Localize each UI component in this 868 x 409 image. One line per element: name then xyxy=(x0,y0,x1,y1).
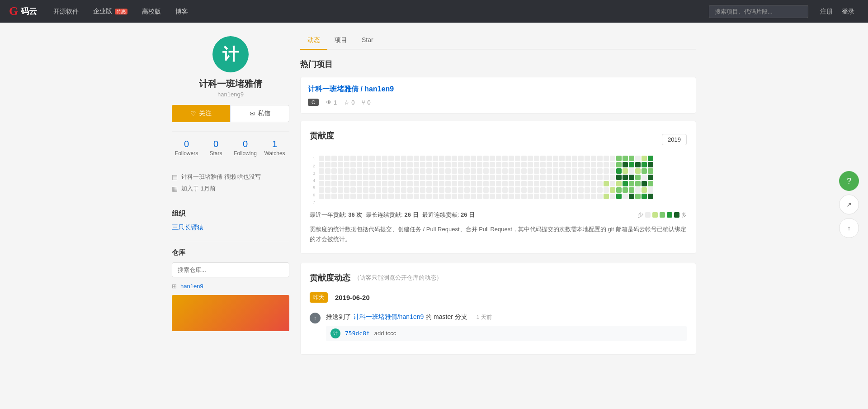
current-streak: 最近连续贡献: 26 日 xyxy=(422,211,475,219)
contrib-cell xyxy=(496,175,501,180)
commit-item: 计 759dc8f add tccc xyxy=(326,326,687,341)
contrib-week-8 xyxy=(369,156,375,199)
contrib-cell xyxy=(471,156,476,161)
commit-hash[interactable]: 759dc8f xyxy=(345,330,370,337)
contrib-cell xyxy=(604,162,609,167)
login-button[interactable]: 登录 xyxy=(837,0,859,23)
contrib-week-48 xyxy=(623,156,628,199)
contrib-cell xyxy=(445,175,451,180)
date-badge: 昨天 xyxy=(310,292,328,303)
contrib-cell xyxy=(477,162,482,167)
row-label-6: 6 xyxy=(310,192,315,198)
contrib-cell xyxy=(452,181,457,186)
register-button[interactable]: 注册 xyxy=(816,0,837,23)
activity-date-group: 昨天 2019-06-20 ↑ 推送到了 计科一班堵雅倩/han1en9 的 m… xyxy=(310,292,687,345)
activity-time: 1 天前 xyxy=(476,314,492,320)
contrib-cell xyxy=(376,168,381,174)
contrib-cell xyxy=(515,162,520,167)
contrib-cell xyxy=(496,156,501,161)
contrib-cell xyxy=(331,194,337,199)
contrib-cell xyxy=(426,162,432,167)
tab-projects[interactable]: 项目 xyxy=(327,32,354,50)
tab-activity[interactable]: 动态 xyxy=(300,32,327,50)
stat-followers[interactable]: 0 Followers xyxy=(172,139,201,157)
contrib-cell xyxy=(547,194,552,199)
tabs: 动态 项目 Star xyxy=(300,32,696,50)
contrib-week-10 xyxy=(382,156,387,199)
follow-button[interactable]: ♡ 关注 xyxy=(172,105,230,122)
forks-meta: ⑂ 0 xyxy=(362,99,370,106)
nav-link-enterprise[interactable]: 企业版 特惠 xyxy=(86,0,135,23)
date-header: 昨天 2019-06-20 xyxy=(310,292,687,303)
hot-projects-title: 热门项目 xyxy=(300,59,696,70)
contrib-week-2 xyxy=(331,156,337,199)
contrib-cell xyxy=(388,181,394,186)
contrib-cell xyxy=(414,175,419,180)
following-label: Following xyxy=(231,150,260,157)
contrib-cell xyxy=(490,168,495,174)
org-link-0[interactable]: 三只长臂猿 xyxy=(172,224,289,232)
contrib-cell xyxy=(559,162,565,167)
contrib-cell xyxy=(331,162,337,167)
contrib-cell xyxy=(566,162,571,167)
repo-item-0[interactable]: ⊞ han1en9 xyxy=(172,283,289,290)
contrib-cell xyxy=(591,181,596,186)
contrib-cell xyxy=(610,162,615,167)
contrib-cell xyxy=(496,181,501,186)
contrib-cell xyxy=(578,175,584,180)
repo-preview-image xyxy=(172,295,289,331)
stats-row: 0 Followers 0 Stars 0 Following 1 Watche… xyxy=(172,131,289,157)
contrib-cell xyxy=(616,162,622,167)
contrib-cell xyxy=(382,187,387,193)
logo-text: 码云 xyxy=(21,6,37,17)
contrib-cell xyxy=(540,156,546,161)
search-input[interactable] xyxy=(709,5,808,18)
repo-activity-link[interactable]: 计科一班堵雅倩/han1en9 xyxy=(353,313,424,320)
contrib-cell xyxy=(490,181,495,186)
contrib-cell xyxy=(477,187,482,193)
row-label-2: 2 xyxy=(310,163,315,169)
nav-logo[interactable]: G 码云 xyxy=(9,5,37,18)
message-button[interactable]: ✉ 私信 xyxy=(230,105,289,122)
contrib-cell xyxy=(414,162,419,167)
contrib-week-21 xyxy=(452,156,457,199)
contrib-cell xyxy=(559,156,565,161)
contrib-cell xyxy=(331,156,337,161)
contrib-cell xyxy=(559,187,565,193)
nav-link-university[interactable]: 高校版 xyxy=(135,0,168,23)
contrib-cell xyxy=(325,175,330,180)
contrib-cell xyxy=(509,168,514,174)
stars-meta: ☆ 0 xyxy=(344,99,354,106)
contrib-cell xyxy=(407,156,413,161)
contrib-cell xyxy=(369,187,375,193)
contrib-cell xyxy=(344,175,349,180)
contrib-cell xyxy=(547,181,552,186)
stat-stars[interactable]: 0 Stars xyxy=(201,139,231,157)
page-content: 计 计科一班堵雅倩 han1eng9 ♡ 关注 ✉ 私信 0 Followers xyxy=(163,23,705,409)
contrib-cell xyxy=(338,175,343,180)
help-button[interactable]: ? xyxy=(839,171,859,191)
contrib-cell xyxy=(445,187,451,193)
contrib-cell xyxy=(604,181,609,186)
nav-link-blog[interactable]: 博客 xyxy=(168,0,195,23)
project-name-link[interactable]: 计科一班堵雅倩 / han1en9 xyxy=(308,85,394,93)
contrib-cell xyxy=(452,194,457,199)
following-count: 0 xyxy=(231,139,260,149)
repo-search-input[interactable] xyxy=(172,262,289,277)
contrib-week-15 xyxy=(414,156,419,199)
contrib-cell xyxy=(439,175,444,180)
contrib-cell xyxy=(553,187,558,193)
contrib-cell xyxy=(604,175,609,180)
contrib-cell xyxy=(376,194,381,199)
stat-watches[interactable]: 1 Watches xyxy=(260,139,289,157)
share-button[interactable]: ↗ xyxy=(839,195,859,214)
yearly-contrib: 最近一年贡献: 36 次 xyxy=(310,211,362,219)
stat-following[interactable]: 0 Following xyxy=(231,139,260,157)
float-buttons: ? ↗ ↑ xyxy=(839,171,859,238)
tab-stars[interactable]: Star xyxy=(354,32,381,50)
back-to-top-button[interactable]: ↑ xyxy=(839,218,859,238)
nav-link-opensource[interactable]: 开源软件 xyxy=(46,0,86,23)
contrib-week-49 xyxy=(629,156,634,199)
contrib-cell xyxy=(585,187,590,193)
contrib-cell xyxy=(585,181,590,186)
